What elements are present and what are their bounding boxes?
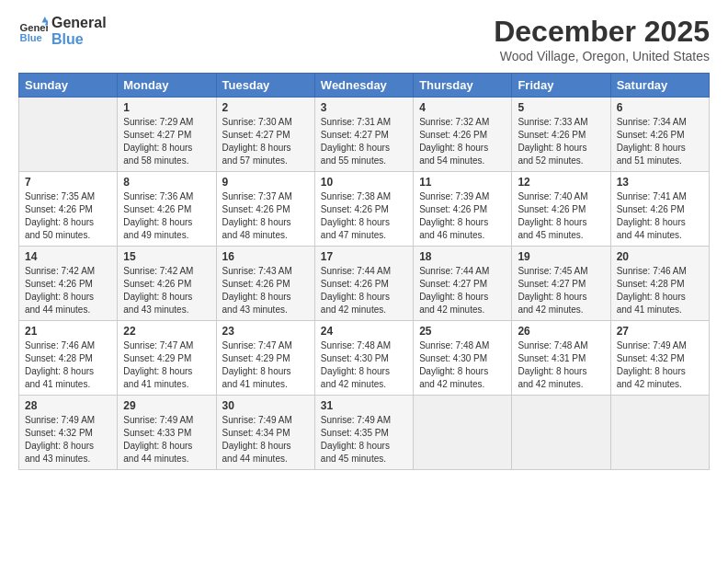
calendar-cell: 24Sunrise: 7:48 AMSunset: 4:30 PMDayligh… <box>314 321 413 396</box>
day-info: Sunrise: 7:39 AMSunset: 4:26 PMDaylight:… <box>419 190 506 242</box>
daylight-text: Daylight: 8 hours <box>123 441 192 451</box>
sunset-text: Sunset: 4:26 PM <box>123 204 191 214</box>
day-info: Sunrise: 7:49 AMSunset: 4:32 PMDaylight:… <box>25 414 111 465</box>
daylight-text: and 50 minutes. <box>25 230 90 240</box>
day-info: Sunrise: 7:48 AMSunset: 4:30 PMDaylight:… <box>321 339 407 391</box>
day-number: 17 <box>321 250 407 263</box>
sunrise-text: Sunrise: 7:49 AM <box>25 415 95 425</box>
calendar-cell: 13Sunrise: 7:41 AMSunset: 4:26 PMDayligh… <box>610 172 709 247</box>
daylight-text: and 48 minutes. <box>222 230 288 240</box>
day-number: 16 <box>222 250 309 263</box>
sunrise-text: Sunrise: 7:44 AM <box>419 266 489 276</box>
sunset-text: Sunset: 4:26 PM <box>419 130 487 140</box>
svg-text:General: General <box>20 22 48 33</box>
sunrise-text: Sunrise: 7:41 AM <box>617 191 687 201</box>
day-number: 15 <box>123 250 210 263</box>
sunset-text: Sunset: 4:34 PM <box>222 428 290 438</box>
calendar-cell <box>19 98 118 172</box>
calendar-week-1: 1Sunrise: 7:29 AMSunset: 4:27 PMDaylight… <box>19 98 710 172</box>
calendar-cell <box>512 396 610 470</box>
sunset-text: Sunset: 4:28 PM <box>617 279 685 289</box>
day-number: 22 <box>123 325 210 338</box>
day-info: Sunrise: 7:42 AMSunset: 4:26 PMDaylight:… <box>123 265 210 316</box>
sunset-text: Sunset: 4:26 PM <box>518 204 586 214</box>
daylight-text: and 41 minutes. <box>617 304 682 315</box>
sunrise-text: Sunrise: 7:46 AM <box>617 266 687 276</box>
day-info: Sunrise: 7:42 AMSunset: 4:26 PMDaylight:… <box>25 265 111 316</box>
daylight-text: Daylight: 8 hours <box>321 217 390 227</box>
calendar-cell: 18Sunrise: 7:44 AMSunset: 4:27 PMDayligh… <box>414 247 512 321</box>
day-info: Sunrise: 7:46 AMSunset: 4:28 PMDaylight:… <box>25 339 111 391</box>
header-saturday: Saturday <box>610 74 709 98</box>
calendar-header-row: SundayMondayTuesdayWednesdayThursdayFrid… <box>19 74 710 98</box>
day-info: Sunrise: 7:30 AMSunset: 4:27 PMDaylight:… <box>222 116 309 167</box>
calendar-cell: 31Sunrise: 7:49 AMSunset: 4:35 PMDayligh… <box>314 396 413 470</box>
day-number: 24 <box>321 325 407 338</box>
sunrise-text: Sunrise: 7:48 AM <box>321 340 391 350</box>
sunrise-text: Sunrise: 7:36 AM <box>123 191 193 201</box>
sunset-text: Sunset: 4:27 PM <box>222 130 290 140</box>
daylight-text: Daylight: 8 hours <box>25 217 94 227</box>
day-number: 29 <box>123 399 210 412</box>
day-number: 31 <box>321 399 407 412</box>
calendar-cell: 8Sunrise: 7:36 AMSunset: 4:26 PMDaylight… <box>118 172 216 247</box>
calendar-cell: 21Sunrise: 7:46 AMSunset: 4:28 PMDayligh… <box>19 321 118 396</box>
daylight-text: and 42 minutes. <box>518 379 583 389</box>
daylight-text: Daylight: 8 hours <box>123 292 192 302</box>
calendar-week-2: 7Sunrise: 7:35 AMSunset: 4:26 PMDaylight… <box>19 172 710 247</box>
calendar-cell: 17Sunrise: 7:44 AMSunset: 4:26 PMDayligh… <box>314 247 413 321</box>
day-number: 4 <box>419 101 506 114</box>
daylight-text: Daylight: 8 hours <box>617 292 686 302</box>
daylight-text: and 44 minutes. <box>617 230 682 240</box>
day-number: 5 <box>518 101 604 114</box>
daylight-text: and 42 minutes. <box>419 304 484 315</box>
day-number: 26 <box>518 325 604 338</box>
sunset-text: Sunset: 4:32 PM <box>25 428 93 438</box>
title-area: December 2025 Wood Village, Oregon, Unit… <box>494 15 710 63</box>
daylight-text: and 46 minutes. <box>419 230 484 240</box>
sunset-text: Sunset: 4:29 PM <box>123 353 191 363</box>
daylight-text: and 51 minutes. <box>617 155 682 166</box>
sunset-text: Sunset: 4:32 PM <box>617 353 685 363</box>
daylight-text: and 41 minutes. <box>222 379 288 389</box>
daylight-text: Daylight: 8 hours <box>222 366 291 376</box>
daylight-text: Daylight: 8 hours <box>222 143 291 153</box>
logo: General Blue General Blue <box>18 15 107 47</box>
calendar-cell: 11Sunrise: 7:39 AMSunset: 4:26 PMDayligh… <box>414 172 512 247</box>
sunset-text: Sunset: 4:26 PM <box>25 204 93 214</box>
page-header: General Blue General Blue December 2025 … <box>18 15 710 63</box>
calendar-cell: 28Sunrise: 7:49 AMSunset: 4:32 PMDayligh… <box>19 396 118 470</box>
daylight-text: and 41 minutes. <box>123 379 188 389</box>
header-sunday: Sunday <box>19 74 118 98</box>
sunset-text: Sunset: 4:31 PM <box>518 353 586 363</box>
header-thursday: Thursday <box>414 74 512 98</box>
calendar-cell <box>610 396 709 470</box>
calendar-cell: 3Sunrise: 7:31 AMSunset: 4:27 PMDaylight… <box>314 98 413 172</box>
calendar-cell <box>414 396 512 470</box>
calendar-cell: 14Sunrise: 7:42 AMSunset: 4:26 PMDayligh… <box>19 247 118 321</box>
day-info: Sunrise: 7:35 AMSunset: 4:26 PMDaylight:… <box>25 190 111 242</box>
calendar-week-3: 14Sunrise: 7:42 AMSunset: 4:26 PMDayligh… <box>19 247 710 321</box>
day-info: Sunrise: 7:48 AMSunset: 4:31 PMDaylight:… <box>518 339 604 391</box>
day-number: 19 <box>518 250 604 263</box>
day-info: Sunrise: 7:47 AMSunset: 4:29 PMDaylight:… <box>123 339 210 391</box>
sunrise-text: Sunrise: 7:49 AM <box>321 415 391 425</box>
header-wednesday: Wednesday <box>314 74 413 98</box>
sunset-text: Sunset: 4:26 PM <box>617 204 685 214</box>
day-info: Sunrise: 7:29 AMSunset: 4:27 PMDaylight:… <box>123 116 210 167</box>
sunset-text: Sunset: 4:29 PM <box>222 353 290 363</box>
sunrise-text: Sunrise: 7:45 AM <box>518 266 587 276</box>
sunset-text: Sunset: 4:30 PM <box>321 353 389 363</box>
calendar-cell: 23Sunrise: 7:47 AMSunset: 4:29 PMDayligh… <box>216 321 314 396</box>
daylight-text: Daylight: 8 hours <box>321 366 390 376</box>
sunset-text: Sunset: 4:30 PM <box>419 353 487 363</box>
svg-text:Blue: Blue <box>20 32 42 43</box>
location-text: Wood Village, Oregon, United States <box>494 49 710 63</box>
daylight-text: and 42 minutes. <box>321 379 386 389</box>
daylight-text: Daylight: 8 hours <box>123 143 192 153</box>
daylight-text: and 45 minutes. <box>321 454 386 464</box>
day-info: Sunrise: 7:49 AMSunset: 4:35 PMDaylight:… <box>321 414 407 465</box>
daylight-text: Daylight: 8 hours <box>518 292 586 302</box>
day-number: 20 <box>617 250 703 263</box>
day-number: 28 <box>25 399 111 412</box>
